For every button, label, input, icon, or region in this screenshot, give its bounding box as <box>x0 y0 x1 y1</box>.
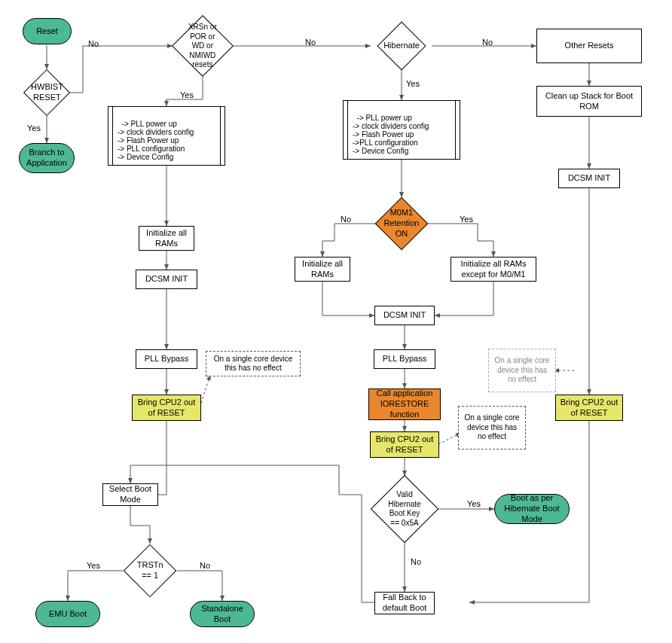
pll-bypass-left-label: PLL Bypass <box>145 354 188 364</box>
dcsm-left: DCSM INIT <box>136 270 197 289</box>
fallback-label: Fall Back to default Boot <box>378 593 431 614</box>
note-left-label: On a single core device this has no effe… <box>209 355 297 373</box>
boot-per-hib-label: Boot as per Hibernate Boot Mode <box>498 493 566 524</box>
emu-boot-terminal: EMU Boot <box>35 601 100 627</box>
note-right: On a single core device this has no effe… <box>488 349 556 392</box>
dcsm-right-label: DCSM INIT <box>568 173 610 184</box>
hwbist-label: HWBIST RESET <box>31 82 63 103</box>
dcsm-mid-label: DCSM INIT <box>383 310 426 321</box>
cpu2-left: Bring CPU2 out of RESET <box>132 395 201 421</box>
cleanup-stack-process: Clean up Stack for Boot ROM <box>536 86 642 117</box>
select-boot-process: Select Boot Mode <box>102 483 158 506</box>
edge-no-xrsn: No <box>305 38 316 47</box>
init-rams-left: Initialize all RAMs <box>139 226 194 251</box>
edge-no-m0m1: No <box>341 215 351 224</box>
hibernate-decision: Hibernate <box>377 21 426 70</box>
dcsm-mid: DCSM INIT <box>374 306 435 325</box>
m0m1-label: M0M1 Retention ON <box>383 208 419 239</box>
valid-hib-decision: Valid Hibernate Boot Key == 0x5A <box>371 475 439 544</box>
reset-label: Reset <box>36 26 58 37</box>
edge-yes-hib: Yes <box>406 79 420 88</box>
hwbist-decision: HWBIST RESET <box>23 69 70 116</box>
note-mid: On a single core device this has no effe… <box>458 406 526 449</box>
edge-yes-hwbist: Yes <box>27 123 41 133</box>
iorestore-label: Call application IORESTORE function <box>372 389 437 419</box>
pll-config-mid-label: -> PLL power up -> clock dividers config… <box>353 114 429 155</box>
note-mid-label: On a single core device this has no effe… <box>462 413 522 442</box>
standalone-boot-label: Standalone Boot <box>194 604 251 625</box>
fallback-process: Fall Back to default Boot <box>374 592 435 614</box>
init-rams-left-label: Initialize all RAMs <box>142 228 191 249</box>
edge-no-hib: No <box>482 38 493 47</box>
pll-config-left-label: -> PLL power up -> clock dividers config… <box>118 120 194 161</box>
xrsn-decision: XRSn or POR or WD or NMIWD resets <box>172 15 234 77</box>
pll-bypass-mid-label: PLL Bypass <box>383 354 426 364</box>
reset-terminal: Reset <box>23 18 72 44</box>
edge-no-trstn: No <box>200 561 210 570</box>
cpu2-right-label: Bring CPU2 out of RESET <box>559 398 619 419</box>
dcsm-right-process: DCSM INIT <box>558 169 620 188</box>
emu-boot-label: EMU Boot <box>49 609 87 620</box>
pll-bypass-mid: PLL Bypass <box>374 349 435 369</box>
select-boot-label: Select Boot Mode <box>106 484 154 505</box>
init-rams-mid-label: Initialize all RAMs <box>298 259 347 280</box>
note-left: On a single core device this has no effe… <box>206 351 301 376</box>
edge-yes-validhib: Yes <box>467 499 481 508</box>
edge-no-validhib: No <box>411 557 421 566</box>
edge-yes-xrsn: Yes <box>180 90 194 99</box>
dcsm-left-label: DCSM INIT <box>145 274 188 285</box>
pll-config-left: -> PLL power up -> clock dividers config… <box>108 106 225 166</box>
init-rams-mid: Initialize all RAMs <box>295 257 350 282</box>
valid-hib-label: Valid Hibernate Boot Key == 0x5A <box>384 490 425 528</box>
edge-no-hwbist: No <box>88 39 99 48</box>
edge-yes-m0m1: Yes <box>460 215 473 224</box>
cleanup-stack-label: Clean up Stack for Boot ROM <box>540 91 638 112</box>
hibernate-label: Hibernate <box>383 41 420 51</box>
init-rams-except: Initialize all RAMs except for M0/M1 <box>451 257 536 282</box>
iorestore-process: Call application IORESTORE function <box>368 389 441 420</box>
edge-yes-trstn: Yes <box>87 561 100 570</box>
init-rams-except-label: Initialize all RAMs except for M0/M1 <box>454 259 533 280</box>
standalone-boot-terminal: Standalone Boot <box>190 601 255 627</box>
cpu2-right-process: Bring CPU2 out of RESET <box>555 395 623 421</box>
m0m1-decision: M0M1 Retention ON <box>375 197 429 251</box>
cpu2-left-label: Bring CPU2 out of RESET <box>136 398 197 419</box>
cpu2-mid: Bring CPU2 out of RESET <box>370 431 439 458</box>
pll-config-mid: -> PLL power up -> clock dividers config… <box>343 100 460 160</box>
branch-app-label: Branch to Application <box>23 148 71 169</box>
cpu2-mid-label: Bring CPU2 out of RESET <box>374 434 435 456</box>
pll-bypass-left: PLL Bypass <box>136 349 197 369</box>
trstn-decision: TRSTn == 1 <box>124 544 177 598</box>
other-resets-label: Other Resets <box>565 41 614 51</box>
branch-app-terminal: Branch to Application <box>19 143 75 173</box>
note-right-label: On a single core device this has no effe… <box>492 356 552 385</box>
trstn-label: TRSTn == 1 <box>135 560 165 581</box>
xrsn-label: XRSn or POR or WD or NMIWD resets <box>185 23 221 70</box>
boot-per-hib-terminal: Boot as per Hibernate Boot Mode <box>494 494 570 524</box>
other-resets-process: Other Resets <box>536 29 642 63</box>
